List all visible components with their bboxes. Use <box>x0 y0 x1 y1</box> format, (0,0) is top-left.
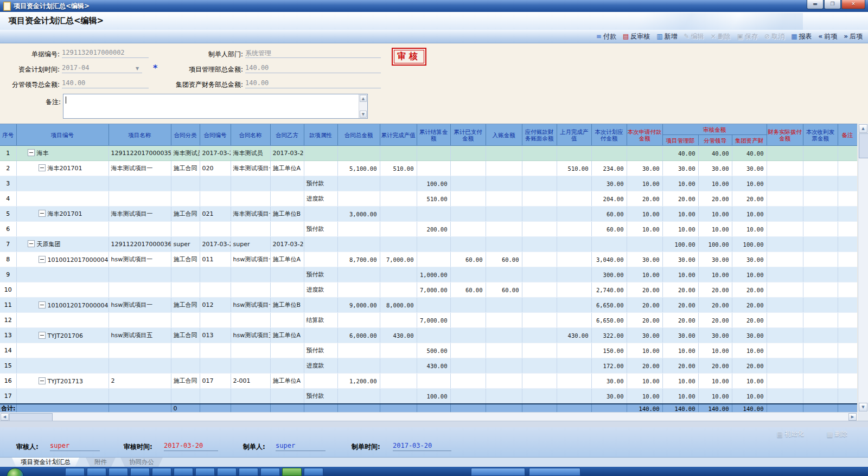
col-header[interactable]: 合同名称 <box>231 124 270 146</box>
scroll-up-icon[interactable]: ▲ <box>859 124 867 133</box>
toolbar-button-pay[interactable]: ≡付款 <box>596 32 616 41</box>
col-header[interactable]: 合同分类 <box>171 124 200 146</box>
col-header[interactable]: 财务实际拨付金额 <box>767 124 803 146</box>
col-header[interactable]: 合同总金额 <box>337 124 380 146</box>
col-header[interactable]: 本次计划应付金额 <box>591 124 627 146</box>
col-header[interactable]: 累计已支付金额 <box>450 124 486 146</box>
taskbar-item[interactable] <box>108 468 128 476</box>
table-row[interactable]: 4进度款510.00204.0020.0020.0020.0020.00 <box>0 191 857 207</box>
col-header[interactable]: 入账金额 <box>486 124 522 146</box>
taskbar-item[interactable] <box>471 468 525 476</box>
taskbar-item[interactable] <box>239 468 258 476</box>
table-row[interactable]: 7天原集团1291122017000036super2017-03-20supe… <box>0 237 857 252</box>
taskbar-item[interactable] <box>152 468 171 476</box>
toolbar-button-report[interactable]: ▦报表 <box>791 32 812 41</box>
expand-icon[interactable] <box>39 377 46 384</box>
taskbar-item[interactable] <box>174 468 193 476</box>
toolbar-button-add[interactable]: ▥新增 <box>656 32 677 41</box>
col-header[interactable]: 应付账款财务账面余额 <box>522 124 557 146</box>
vertical-scroll-thumb[interactable] <box>859 133 868 158</box>
col-header[interactable]: 本次申请付款金额 <box>627 124 662 146</box>
scroll-right-icon[interactable]: ▶ <box>848 413 857 421</box>
remark-scrollbar[interactable]: ▲ ▼ <box>359 94 367 118</box>
col-header[interactable]: 备注 <box>838 124 857 146</box>
table-row[interactable]: 15进度款430.00172.0020.0020.0020.0020.00 <box>0 358 857 374</box>
start-button[interactable] <box>7 468 24 476</box>
expand-icon[interactable] <box>39 332 46 339</box>
table-row[interactable]: 12结算款7,000.006,650.0020.0020.0020.0020.0… <box>0 313 857 328</box>
taskbar-item[interactable] <box>217 468 237 476</box>
col-header[interactable]: 合同编号 <box>200 124 231 146</box>
initialize-button[interactable]: ▤ 初始化 <box>777 429 804 439</box>
expand-icon[interactable] <box>28 149 35 156</box>
footer-delete-button[interactable]: ▦ 删除 <box>827 429 847 439</box>
cell <box>486 191 522 207</box>
finance-total-field[interactable]: 140.00 <box>245 79 381 88</box>
col-header[interactable]: 项目名称 <box>108 124 171 146</box>
table-row[interactable]: 2海丰201701海丰测试项目一施工合同020海丰测试项目一施工单位A5,100… <box>0 161 857 176</box>
scroll-down-icon[interactable]: ▼ <box>859 403 867 411</box>
cell: 500.00 <box>417 343 450 358</box>
scroll-down-icon[interactable]: ▼ <box>360 111 367 118</box>
tab-main[interactable]: 项目资金计划汇总 <box>12 458 79 467</box>
close-button[interactable]: ✕ <box>841 0 865 9</box>
table-row[interactable]: 13TYJT201706hsw测试项目五施工合同013hsw测试项目五施工单位A… <box>0 328 857 343</box>
make-time-label: 制单时间: <box>352 442 380 452</box>
horizontal-scrollbar[interactable]: ◀ ▶ <box>0 412 857 421</box>
table-row[interactable]: 16TYJT2017132施工合同0172-001施工单位A1,200.0030… <box>0 374 857 389</box>
plan-time-dropdown[interactable]: 2017-04 <box>62 64 142 73</box>
toolbar-button-unaudit[interactable]: ▤反审核 <box>623 32 650 41</box>
col-header[interactable]: 累计完成产值 <box>380 124 417 146</box>
taskbar-item[interactable] <box>260 468 280 476</box>
taskbar-item[interactable] <box>282 468 302 476</box>
col-header[interactable]: 累计结算金额 <box>417 124 450 146</box>
vertical-scrollbar[interactable]: ▲ ▼ <box>858 124 868 412</box>
col-group-header[interactable]: 审核金额 <box>662 124 767 135</box>
cell <box>200 358 231 374</box>
expand-icon[interactable] <box>39 256 46 263</box>
tab-attachment[interactable]: 附件 <box>86 458 116 467</box>
taskbar-item[interactable] <box>87 468 106 476</box>
scroll-up-icon[interactable]: ▲ <box>360 95 367 102</box>
table-row[interactable]: 3预付款100.0030.0010.0010.0010.0010.00 <box>0 176 857 191</box>
col-header[interactable]: 合同乙方 <box>270 124 304 146</box>
col-header[interactable]: 本次收到发票金额 <box>803 124 838 146</box>
col-subheader[interactable]: 集团资产财 <box>732 135 767 146</box>
pm-total-field[interactable]: 140.00 <box>245 64 381 73</box>
col-subheader[interactable]: 项目管理部 <box>662 135 698 146</box>
expand-icon[interactable] <box>28 240 35 247</box>
taskbar-item[interactable] <box>195 468 215 476</box>
leader-total-field[interactable]: 140.00 <box>62 79 149 88</box>
tab-collaboration[interactable]: 协同办公 <box>120 458 163 467</box>
taskbar-item[interactable] <box>304 468 323 476</box>
table-row[interactable]: 81010012017000004hsw测试项目一施工合同011hsw测试项目一… <box>0 252 857 267</box>
table-row[interactable]: 17预付款100.0030.0010.0010.0010.0010.00 <box>0 389 857 404</box>
table-row[interactable]: 111010012017000004hsw测试项目一施工合同012hsw测试项目… <box>0 298 857 313</box>
table-row[interactable]: 5海丰201701海丰测试项目一施工合同021海丰测试项目一施工单位B3,000… <box>0 207 857 222</box>
doc-no-field[interactable]: 1291132017000002 <box>62 49 149 58</box>
maker-dept-field[interactable]: 系统管理 <box>245 49 381 58</box>
taskbar-item[interactable] <box>130 468 150 476</box>
toolbar-button-next[interactable]: »后项 <box>844 32 863 41</box>
restore-button[interactable]: ❐ <box>824 0 841 9</box>
col-header[interactable]: 序号 <box>0 124 16 146</box>
col-header[interactable]: 上月完成产值 <box>557 124 591 146</box>
col-subheader[interactable]: 分管领导 <box>698 135 732 146</box>
expand-icon[interactable] <box>39 301 46 308</box>
col-header[interactable]: 款项属性 <box>304 124 337 146</box>
toolbar-button-prev[interactable]: «前项 <box>818 32 837 41</box>
taskbar-item[interactable] <box>65 468 85 476</box>
expand-icon[interactable] <box>39 164 46 171</box>
table-row[interactable]: 6预付款200.0060.0010.0010.0010.0010.00 <box>0 222 857 237</box>
scroll-left-icon[interactable]: ◀ <box>1 413 9 421</box>
taskbar-item[interactable] <box>529 468 580 476</box>
table-row[interactable]: 10进度款7,000.0060.0060.002,740.0020.0020.0… <box>0 282 857 298</box>
remark-textarea[interactable]: ▲ ▼ <box>63 94 368 119</box>
table-row[interactable]: 14预付款500.00150.0010.0010.0010.0010.00 <box>0 343 857 358</box>
table-row[interactable]: 9预付款1,000.00300.0010.0010.0010.0010.00 <box>0 267 857 282</box>
table-row[interactable]: 1海丰1291122017000035海丰测试员2017-03-20海丰测试员2… <box>0 146 857 161</box>
minimize-button[interactable]: ▬ <box>807 0 824 9</box>
chevron-down-icon[interactable]: ▼ <box>136 66 139 71</box>
col-header[interactable]: 项目编号 <box>16 124 108 146</box>
expand-icon[interactable] <box>39 210 46 217</box>
